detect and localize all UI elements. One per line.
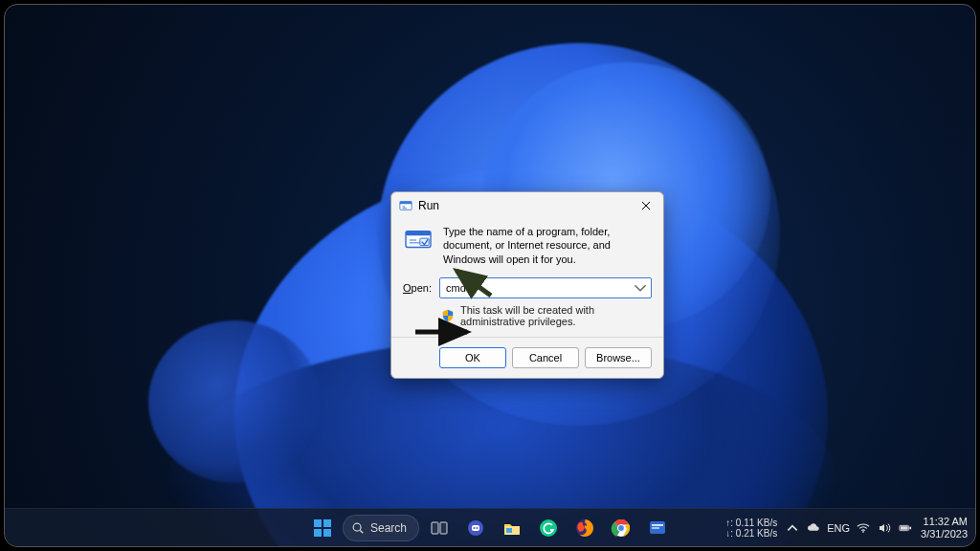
svg-point-21 — [618, 524, 625, 531]
tray-overflow-icon[interactable] — [785, 520, 800, 536]
svg-rect-6 — [323, 519, 331, 527]
svg-rect-24 — [652, 527, 659, 529]
svg-point-15 — [477, 527, 479, 529]
svg-rect-1 — [400, 202, 412, 205]
svg-rect-8 — [323, 529, 331, 537]
language-indicator[interactable]: ENG — [827, 522, 850, 534]
admin-privileges-note: This task will be created with administr… — [460, 304, 652, 327]
taskbar-app-firefox[interactable] — [568, 512, 601, 544]
start-button[interactable] — [306, 512, 339, 544]
task-view-button[interactable] — [423, 512, 456, 544]
svg-rect-11 — [440, 522, 447, 534]
app-icon — [647, 518, 668, 539]
chevron-down-icon[interactable] — [634, 281, 647, 295]
file-explorer-icon — [501, 518, 523, 539]
dialog-title: Run — [418, 199, 629, 212]
svg-rect-7 — [314, 529, 322, 537]
open-combobox[interactable] — [439, 277, 652, 298]
taskbar-clock[interactable]: 11:32 AM 3/31/2023 — [921, 516, 968, 539]
svg-point-14 — [474, 527, 476, 529]
svg-point-9 — [353, 523, 361, 531]
browse-button[interactable]: Browse... — [585, 347, 652, 368]
open-label: Open: — [403, 282, 432, 294]
network-speed-indicator[interactable]: ↑: 0.11 KB/s ↓: 0.21 KB/s — [725, 518, 777, 539]
open-input[interactable] — [440, 282, 651, 294]
taskbar-center: Search — [306, 512, 674, 544]
taskbar-app-chat[interactable] — [459, 512, 492, 544]
taskbar: Search ↑: 0.11 — [5, 508, 975, 546]
svg-point-18 — [540, 519, 557, 537]
svg-rect-5 — [314, 519, 322, 527]
ok-button[interactable]: OK — [439, 347, 506, 368]
wallpaper-shape — [148, 320, 321, 483]
desktop: Run Type the name of a program, folder, … — [4, 4, 976, 547]
task-view-icon — [429, 518, 450, 539]
svg-rect-27 — [901, 526, 908, 530]
taskbar-app-chrome[interactable] — [605, 512, 637, 544]
svg-point-25 — [862, 531, 864, 533]
grammarly-icon — [538, 518, 559, 539]
svg-rect-13 — [472, 525, 479, 531]
dialog-footer: OK Cancel Browse... — [391, 337, 663, 378]
taskbar-app-grammarly[interactable] — [532, 512, 565, 544]
chat-icon — [465, 518, 486, 539]
search-label: Search — [370, 521, 407, 535]
uac-shield-icon — [441, 309, 455, 322]
run-dialog: Run Type the name of a program, folder, … — [390, 191, 664, 379]
windows-logo-icon — [312, 518, 333, 539]
battery-icon[interactable] — [898, 520, 913, 536]
system-tray[interactable]: ENG — [785, 520, 913, 536]
svg-rect-23 — [652, 524, 663, 526]
taskbar-app-generic[interactable] — [641, 512, 674, 544]
titlebar[interactable]: Run — [391, 192, 663, 219]
svg-rect-28 — [909, 526, 911, 529]
volume-icon[interactable] — [877, 520, 892, 536]
svg-rect-17 — [506, 528, 512, 533]
taskbar-app-explorer[interactable] — [496, 512, 528, 544]
cancel-button[interactable]: Cancel — [512, 347, 579, 368]
dialog-description: Type the name of a program, folder, docu… — [443, 225, 652, 266]
svg-rect-3 — [406, 231, 431, 236]
onedrive-icon[interactable] — [806, 520, 821, 536]
search-icon — [351, 521, 365, 535]
close-button[interactable] — [635, 196, 657, 215]
run-title-icon — [399, 199, 412, 212]
taskbar-right: ↑: 0.11 KB/s ↓: 0.21 KB/s ENG 11:32 AM 3… — [725, 509, 968, 546]
chrome-icon — [611, 518, 632, 539]
run-app-icon — [403, 225, 434, 255]
wifi-icon[interactable] — [856, 520, 871, 536]
close-icon — [641, 201, 651, 210]
dialog-body: Type the name of a program, folder, docu… — [391, 219, 663, 337]
taskbar-search[interactable]: Search — [343, 515, 419, 541]
firefox-icon — [574, 518, 595, 539]
svg-rect-10 — [432, 522, 438, 534]
